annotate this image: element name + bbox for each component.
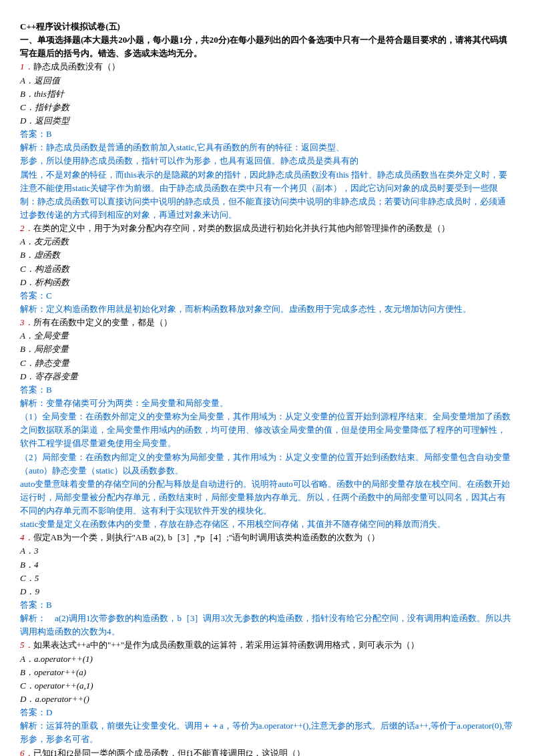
q2-opt-c: C．构造函数 (20, 262, 514, 276)
section-header: 一、单项选择题(本大题共20小题，每小题1分，共20分)在每小题列出的四个备选项… (20, 33, 514, 60)
q2-explain: 解析：定义构造函数作用就是初始化对象，而析构函数释放对象空间。虚函数用于完成多态… (20, 303, 514, 316)
q1-explain-3: 属性，不是对象的特征，而this表示的是隐藏的对象的指针，因此静态成员函数没有t… (20, 168, 514, 222)
doc-title: C++程序设计模拟试卷(五) (20, 20, 514, 33)
q4: 4．假定AB为一个类，则执行"AB a(2), b［3］,*p［4］;"语句时调… (20, 531, 514, 544)
q3-opt-b: B．局部变量 (20, 343, 514, 356)
q3-opt-d: D．寄存器变量 (20, 370, 514, 383)
q4-num: 4． (20, 532, 33, 542)
q1-opt-c: C．指针参数 (20, 101, 514, 114)
q4-opt-d: D．9 (20, 585, 514, 598)
q5-text: 如果表达式++a中的"++"是作为成员函数重载的运算符，若采用运算符函数调用格式… (33, 640, 420, 650)
q3-answer: 答案：B (20, 383, 514, 397)
q2-num: 2． (20, 223, 33, 233)
q1-opt-d: D．返回类型 (20, 114, 514, 128)
q5-opt-b: B．operator++(a) (20, 666, 514, 679)
q1-explain-1: 解析：静态成员函数是普通的函数前加入static,它具有函数的所有的特征：返回类… (20, 141, 514, 154)
q3-explain-3: （2）局部变量：在函数内部定义的变量称为局部变量，其作用域为：从定义变量的位置开… (20, 451, 514, 478)
q1-text: 静态成员函数没有（） (33, 61, 120, 71)
q3: 3．所有在函数中定义的变量，都是（） (20, 316, 514, 329)
q2-opt-a: A．友元函数 (20, 235, 514, 248)
q5-num: 5． (20, 640, 33, 650)
q4-opt-a: A．3 (20, 544, 514, 558)
q1-explain-2: 形参，所以使用静态成员函数，指针可以作为形参，也具有返回值。静态成员是类具有的 (20, 154, 514, 168)
q2-opt-d: D．析构函数 (20, 276, 514, 289)
q3-num: 3． (20, 317, 33, 327)
q6: 6．已知f1和f2是同一类的两个成员函数，但f1不能直接调用f2，这说明（） (20, 747, 514, 756)
q4-text: 假定AB为一个类，则执行"AB a(2), b［3］,*p［4］;"语句时调用该… (33, 532, 380, 542)
q6-text: 已知f1和f2是同一类的两个成员函数，但f1不能直接调用f2，这说明（） (33, 748, 305, 756)
q5-explain: 解析：运算符的重载，前缀先让变量变化。调用＋＋a，等价为a.operator++… (20, 719, 514, 746)
q4-answer: 答案：B (20, 598, 514, 612)
q4-explain: 解析： a(2)调用1次带参数的构造函数，b［3］调用3次无参数的构造函数，指针… (20, 612, 514, 638)
q5-opt-d: D．a.operator++() (20, 693, 514, 706)
q2: 2．在类的定义中，用于为对象分配内存空间，对类的数据成员进行初始化并执行其他内部… (20, 222, 514, 235)
q3-opt-c: C．静态变量 (20, 357, 514, 370)
q1-opt-b: B．this指针 (20, 87, 514, 101)
q5: 5．如果表达式++a中的"++"是作为成员函数重载的运算符，若采用运算符函数调用… (20, 638, 514, 652)
q1: 1．静态成员函数没有（） (20, 60, 514, 73)
q3-explain-5: static变量是定义在函数体内的变量，存放在静态存储区，不用栈空间存储，其值并… (20, 518, 514, 531)
q3-text: 所有在函数中定义的变量，都是（） (33, 317, 172, 327)
q4-opt-b: B．4 (20, 558, 514, 572)
q2-text: 在类的定义中，用于为对象分配内存空间，对类的数据成员进行初始化并执行其他内部管理… (33, 223, 450, 233)
q6-num: 6． (20, 748, 33, 756)
q4-opt-c: C．5 (20, 572, 514, 585)
q3-opt-a: A．全局变量 (20, 329, 514, 343)
q2-opt-b: B．虚函数 (20, 248, 514, 262)
q1-answer: 答案：B (20, 128, 514, 141)
q2-answer: 答案：C (20, 289, 514, 303)
q5-opt-c: C．operator++(a,1) (20, 679, 514, 693)
q3-explain-4: auto变量意味着变量的存储空间的分配与释放是自动进行的。说明符auto可以省略… (20, 478, 514, 518)
q3-explain-2: （1）全局变量：在函数外部定义的变量称为全局变量，其作用域为：从定义变量的位置开… (20, 410, 514, 450)
q5-answer: 答案：D (20, 706, 514, 719)
q5-opt-a: A．a.operator++(1) (20, 652, 514, 666)
q1-opt-a: A．返回值 (20, 74, 514, 87)
q3-explain-1: 解析：变量存储类可分为两类：全局变量和局部变量。 (20, 397, 514, 410)
q1-num: 1． (20, 61, 33, 71)
